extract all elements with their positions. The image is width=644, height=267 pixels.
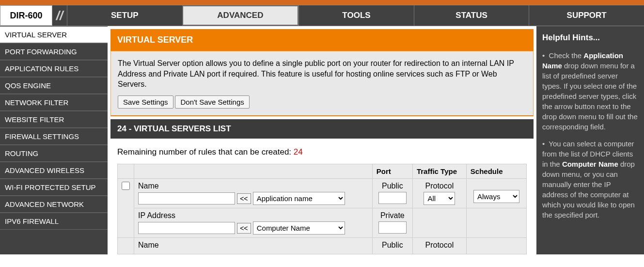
top-nav: DIR-600 // SETUP ADVANCED TOOLS STATUS S… (0, 5, 644, 26)
nav-tab-setup[interactable]: SETUP (67, 5, 182, 26)
table-header-row: Port Traffic Type Schedule (118, 164, 527, 178)
nav-tab-tools[interactable]: TOOLS (298, 5, 414, 26)
hint-paragraph-2: • You can select a computer from the lis… (542, 139, 638, 220)
sidebar-item-website-filter[interactable]: WEBSITE FILTER (0, 111, 108, 128)
hint-paragraph-1: • Check the Application Name drop down m… (542, 50, 638, 132)
intro-box: The Virtual Server option allows you to … (110, 51, 534, 116)
sidebar-item-virtual-server[interactable]: VIRTUAL SERVER (0, 26, 108, 43)
main-layout: VIRTUAL SERVER PORT FORWARDING APPLICATI… (0, 26, 644, 254)
name-input[interactable] (138, 192, 235, 204)
header-port-col: Port (372, 164, 412, 178)
sidebar: VIRTUAL SERVER PORT FORWARDING APPLICATI… (0, 26, 108, 254)
remaining-rules: Remaining number of rules that can be cr… (117, 147, 527, 157)
sidebar-item-ipv6-firewall[interactable]: IPV6 FIREWALL (0, 213, 108, 230)
schedule-select[interactable]: Always (473, 190, 519, 203)
content-body: Remaining number of rules that can be cr… (110, 139, 534, 254)
header-schedule-col: Schedule (466, 164, 526, 178)
arrow-button-name[interactable]: << (237, 193, 251, 204)
computer-name-select[interactable]: Computer Name (253, 221, 345, 235)
sidebar-item-routing[interactable]: ROUTING (0, 145, 108, 162)
sidebar-item-port-forwarding[interactable]: PORT FORWARDING (0, 43, 108, 60)
sidebar-item-advanced-network[interactable]: ADVANCED NETWORK (0, 196, 108, 213)
intro-text: The Virtual Server option allows you to … (118, 58, 526, 90)
rule-enable-checkbox[interactable] (122, 182, 130, 190)
sidebar-item-advanced-wireless[interactable]: ADVANCED WIRELESS (0, 162, 108, 179)
dont-save-settings-button[interactable]: Don't Save Settings (175, 95, 249, 109)
ip-address-label: IP Address (138, 211, 368, 220)
public-label: Public (377, 241, 408, 250)
remaining-text: Remaining number of rules that can be cr… (117, 147, 294, 157)
remaining-count: 24 (294, 147, 303, 157)
content-area: VIRTUAL SERVER The Virtual Server option… (108, 26, 536, 254)
nav-tab-advanced[interactable]: ADVANCED (182, 5, 299, 26)
sidebar-item-qos-engine[interactable]: QOS ENGINE (0, 77, 108, 94)
name-label: Name (138, 241, 368, 250)
section-header: 24 - VIRTUAL SERVERS LIST (110, 119, 534, 139)
slash-decoration: // (52, 5, 67, 26)
model-label: DIR-600 (0, 5, 52, 26)
private-port-input[interactable] (378, 221, 407, 234)
top-orange-bar (0, 0, 644, 5)
sidebar-item-wifi-protected-setup[interactable]: WI-FI PROTECTED SETUP (0, 179, 108, 196)
sidebar-item-network-filter[interactable]: NETWORK FILTER (0, 94, 108, 111)
hints-title: Helpful Hints... (542, 32, 638, 44)
table-row: Name << Application name Public Protocol (118, 178, 527, 208)
page-title: VIRTUAL SERVER (110, 29, 534, 51)
ip-address-input[interactable] (138, 222, 235, 234)
nav-tab-status[interactable]: STATUS (414, 5, 529, 26)
private-label: Private (377, 211, 408, 220)
nav-tab-support[interactable]: SUPPORT (529, 5, 644, 26)
protocol-label: Protocol (417, 241, 462, 250)
save-settings-button[interactable]: Save Settings (118, 95, 173, 109)
header-traffic-col: Traffic Type (412, 164, 466, 178)
header-checkbox-col (118, 164, 134, 178)
public-label: Public (377, 182, 408, 190)
sidebar-item-firewall-settings[interactable]: FIREWALL SETTINGS (0, 128, 108, 145)
name-label: Name (138, 182, 368, 190)
sidebar-item-application-rules[interactable]: APPLICATION RULES (0, 60, 108, 77)
table-row: IP Address << Computer Name Private (118, 208, 527, 237)
virtual-servers-table: Port Traffic Type Schedule Name << Appli… (117, 164, 527, 254)
application-name-select[interactable]: Application name (253, 192, 345, 205)
protocol-select[interactable]: All (424, 192, 455, 205)
public-port-input[interactable] (378, 192, 407, 204)
protocol-label: Protocol (417, 182, 462, 190)
arrow-button-ip[interactable]: << (237, 223, 251, 234)
header-name-col (134, 164, 373, 178)
table-row: Name Public Protocol (118, 237, 527, 254)
helpful-hints-panel: Helpful Hints... • Check the Application… (536, 26, 644, 254)
